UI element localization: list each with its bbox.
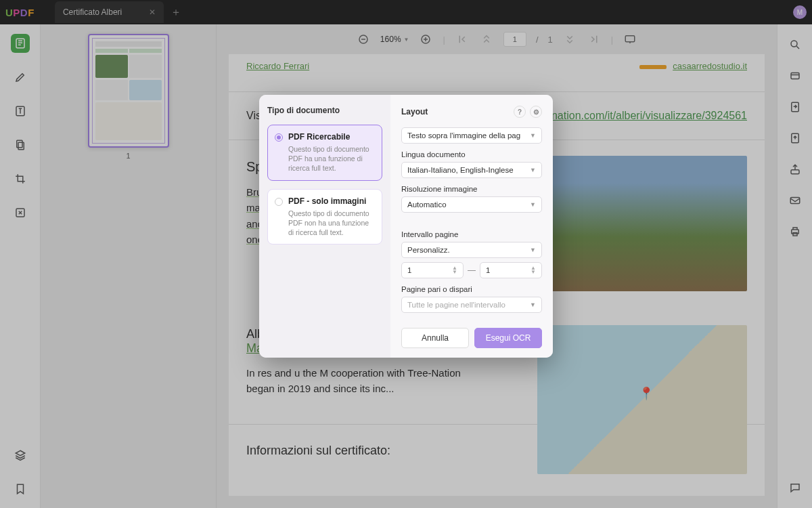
gear-icon[interactable]: ⚙ bbox=[530, 106, 542, 118]
ocr-modal: Tipo di documento PDF Ricercabile Questo… bbox=[259, 95, 553, 358]
resolution-select[interactable]: Automatico▼ bbox=[401, 196, 542, 213]
chevron-down-icon: ▼ bbox=[530, 247, 536, 253]
chevron-down-icon: ▼ bbox=[530, 301, 536, 308]
option-image-only-pdf[interactable]: PDF - solo immagini Questo tipo di docum… bbox=[267, 189, 382, 245]
layout-select[interactable]: Testo sopra l'immagine della pag▼ bbox=[401, 127, 542, 144]
chevron-down-icon: ▼ bbox=[530, 132, 536, 139]
resolution-label: Risoluzione immagine bbox=[401, 185, 542, 193]
radio-icon bbox=[275, 133, 283, 142]
page-range-select[interactable]: Personalizz.▼ bbox=[401, 242, 542, 258]
page-range-label: Intervallo pagine bbox=[401, 230, 542, 238]
option-searchable-pdf[interactable]: PDF Ricercabile Questo tipo di documento… bbox=[267, 125, 382, 181]
radio-icon bbox=[275, 198, 283, 206]
modal-overlay: Tipo di documento PDF Ricercabile Questo… bbox=[0, 0, 812, 508]
parity-label: Pagine pari o dispari bbox=[401, 285, 542, 293]
stepper-icon[interactable]: ▲▼ bbox=[452, 266, 457, 274]
run-ocr-button[interactable]: Esegui OCR bbox=[474, 328, 542, 348]
language-select[interactable]: Italian-Italiano, English-Inglese▼ bbox=[401, 162, 542, 178]
range-to-input[interactable]: 1 ▲▼ bbox=[480, 262, 542, 278]
cancel-button[interactable]: Annulla bbox=[401, 328, 469, 348]
range-from-input[interactable]: 1 ▲▼ bbox=[401, 262, 464, 278]
chevron-down-icon: ▼ bbox=[530, 167, 536, 173]
chevron-down-icon: ▼ bbox=[530, 201, 536, 208]
range-dash: — bbox=[468, 266, 476, 275]
doc-type-label: Tipo di documento bbox=[267, 106, 382, 115]
language-label: Lingua documento bbox=[401, 150, 542, 158]
stepper-icon[interactable]: ▲▼ bbox=[531, 266, 536, 274]
layout-label: Layout bbox=[401, 107, 428, 117]
parity-select[interactable]: Tutte le pagine nell'intervallo▼ bbox=[401, 297, 542, 313]
help-icon[interactable]: ? bbox=[514, 106, 526, 118]
